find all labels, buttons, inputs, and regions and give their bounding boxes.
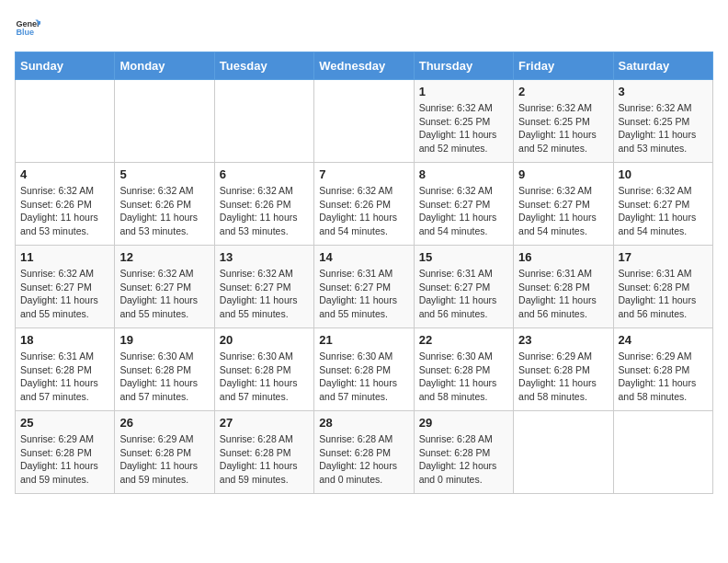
calendar-cell: 15Sunrise: 6:31 AM Sunset: 6:27 PM Dayli… [414, 246, 513, 328]
day-number: 10 [619, 167, 708, 181]
page-header: General Blue [15, 15, 713, 40]
day-header-friday: Friday [514, 52, 613, 80]
day-number: 7 [319, 167, 408, 181]
calendar-cell: 24Sunrise: 6:29 AM Sunset: 6:28 PM Dayli… [613, 328, 712, 411]
day-number: 15 [419, 250, 508, 264]
calendar-cell [16, 80, 115, 163]
calendar-cell [514, 411, 613, 494]
day-info: Sunrise: 6:32 AM Sunset: 6:27 PM Dayligh… [619, 184, 708, 238]
calendar-cell: 8Sunrise: 6:32 AM Sunset: 6:27 PM Daylig… [414, 163, 513, 246]
calendar-cell: 7Sunrise: 6:32 AM Sunset: 6:26 PM Daylig… [314, 163, 414, 246]
day-number: 21 [319, 333, 408, 347]
day-info: Sunrise: 6:31 AM Sunset: 6:27 PM Dayligh… [419, 267, 508, 321]
day-info: Sunrise: 6:32 AM Sunset: 6:27 PM Dayligh… [20, 267, 109, 321]
calendar-cell [613, 411, 712, 494]
calendar-cell: 28Sunrise: 6:28 AM Sunset: 6:28 PM Dayli… [314, 411, 414, 494]
day-number: 18 [20, 333, 109, 347]
day-info: Sunrise: 6:28 AM Sunset: 6:28 PM Dayligh… [319, 432, 408, 487]
day-info: Sunrise: 6:30 AM Sunset: 6:28 PM Dayligh… [220, 350, 309, 404]
day-header-monday: Monday [115, 52, 214, 80]
day-number: 9 [518, 167, 608, 181]
calendar-cell: 20Sunrise: 6:30 AM Sunset: 6:28 PM Dayli… [214, 328, 313, 411]
logo-icon: General Blue [15, 15, 40, 40]
day-number: 27 [220, 416, 309, 430]
day-info: Sunrise: 6:32 AM Sunset: 6:27 PM Dayligh… [518, 184, 608, 238]
day-info: Sunrise: 6:29 AM Sunset: 6:28 PM Dayligh… [619, 350, 708, 404]
calendar-cell: 12Sunrise: 6:32 AM Sunset: 6:27 PM Dayli… [115, 246, 214, 328]
calendar-header-row: SundayMondayTuesdayWednesdayThursdayFrid… [16, 52, 713, 80]
calendar-cell: 2Sunrise: 6:32 AM Sunset: 6:25 PM Daylig… [514, 80, 613, 163]
day-info: Sunrise: 6:28 AM Sunset: 6:28 PM Dayligh… [220, 432, 309, 487]
day-number: 24 [619, 333, 708, 347]
day-number: 3 [619, 85, 708, 98]
day-info: Sunrise: 6:32 AM Sunset: 6:26 PM Dayligh… [119, 184, 209, 238]
day-info: Sunrise: 6:31 AM Sunset: 6:28 PM Dayligh… [518, 267, 608, 321]
day-info: Sunrise: 6:32 AM Sunset: 6:27 PM Dayligh… [220, 267, 309, 321]
calendar-week-1: 1Sunrise: 6:32 AM Sunset: 6:25 PM Daylig… [16, 80, 713, 163]
day-info: Sunrise: 6:29 AM Sunset: 6:28 PM Dayligh… [20, 432, 109, 487]
calendar-cell: 13Sunrise: 6:32 AM Sunset: 6:27 PM Dayli… [214, 246, 313, 328]
calendar-cell: 18Sunrise: 6:31 AM Sunset: 6:28 PM Dayli… [16, 328, 115, 411]
calendar-cell: 26Sunrise: 6:29 AM Sunset: 6:28 PM Dayli… [115, 411, 214, 494]
calendar-cell: 16Sunrise: 6:31 AM Sunset: 6:28 PM Dayli… [514, 246, 613, 328]
day-info: Sunrise: 6:30 AM Sunset: 6:28 PM Dayligh… [419, 350, 508, 404]
day-info: Sunrise: 6:32 AM Sunset: 6:25 PM Dayligh… [419, 101, 508, 155]
calendar-cell: 21Sunrise: 6:30 AM Sunset: 6:28 PM Dayli… [314, 328, 414, 411]
day-number: 1 [419, 85, 508, 98]
calendar-cell [214, 80, 313, 163]
day-info: Sunrise: 6:28 AM Sunset: 6:28 PM Dayligh… [419, 432, 508, 487]
day-number: 5 [119, 167, 209, 181]
day-info: Sunrise: 6:32 AM Sunset: 6:27 PM Dayligh… [119, 267, 209, 321]
calendar-cell: 23Sunrise: 6:29 AM Sunset: 6:28 PM Dayli… [514, 328, 613, 411]
day-number: 8 [419, 167, 508, 181]
calendar-week-3: 11Sunrise: 6:32 AM Sunset: 6:27 PM Dayli… [16, 246, 713, 328]
day-info: Sunrise: 6:30 AM Sunset: 6:28 PM Dayligh… [119, 350, 209, 404]
day-number: 22 [419, 333, 508, 347]
calendar-cell: 17Sunrise: 6:31 AM Sunset: 6:28 PM Dayli… [613, 246, 712, 328]
day-info: Sunrise: 6:30 AM Sunset: 6:28 PM Dayligh… [319, 350, 408, 404]
calendar-week-2: 4Sunrise: 6:32 AM Sunset: 6:26 PM Daylig… [16, 163, 713, 246]
day-number: 6 [220, 167, 309, 181]
calendar-cell: 29Sunrise: 6:28 AM Sunset: 6:28 PM Dayli… [414, 411, 513, 494]
day-info: Sunrise: 6:31 AM Sunset: 6:27 PM Dayligh… [319, 267, 408, 321]
day-number: 25 [20, 416, 109, 430]
calendar-cell: 4Sunrise: 6:32 AM Sunset: 6:26 PM Daylig… [16, 163, 115, 246]
day-number: 17 [619, 250, 708, 264]
day-info: Sunrise: 6:32 AM Sunset: 6:26 PM Dayligh… [319, 184, 408, 238]
calendar-cell: 19Sunrise: 6:30 AM Sunset: 6:28 PM Dayli… [115, 328, 214, 411]
calendar-table: SundayMondayTuesdayWednesdayThursdayFrid… [15, 52, 713, 494]
day-header-saturday: Saturday [613, 52, 712, 80]
calendar-week-4: 18Sunrise: 6:31 AM Sunset: 6:28 PM Dayli… [16, 328, 713, 411]
day-number: 26 [119, 416, 209, 430]
day-number: 12 [119, 250, 209, 264]
calendar-cell [314, 80, 414, 163]
day-info: Sunrise: 6:32 AM Sunset: 6:25 PM Dayligh… [619, 101, 708, 155]
day-header-sunday: Sunday [16, 52, 115, 80]
calendar-cell: 3Sunrise: 6:32 AM Sunset: 6:25 PM Daylig… [613, 80, 712, 163]
day-number: 13 [220, 250, 309, 264]
day-info: Sunrise: 6:32 AM Sunset: 6:26 PM Dayligh… [220, 184, 309, 238]
calendar-cell: 5Sunrise: 6:32 AM Sunset: 6:26 PM Daylig… [115, 163, 214, 246]
calendar-cell: 1Sunrise: 6:32 AM Sunset: 6:25 PM Daylig… [414, 80, 513, 163]
calendar-cell: 10Sunrise: 6:32 AM Sunset: 6:27 PM Dayli… [613, 163, 712, 246]
day-number: 11 [20, 250, 109, 264]
calendar-cell [115, 80, 214, 163]
day-number: 19 [119, 333, 209, 347]
calendar-cell: 9Sunrise: 6:32 AM Sunset: 6:27 PM Daylig… [514, 163, 613, 246]
calendar-cell: 25Sunrise: 6:29 AM Sunset: 6:28 PM Dayli… [16, 411, 115, 494]
calendar-week-5: 25Sunrise: 6:29 AM Sunset: 6:28 PM Dayli… [16, 411, 713, 494]
day-number: 23 [518, 333, 608, 347]
calendar-body: 1Sunrise: 6:32 AM Sunset: 6:25 PM Daylig… [16, 80, 713, 494]
calendar-cell: 11Sunrise: 6:32 AM Sunset: 6:27 PM Dayli… [16, 246, 115, 328]
day-info: Sunrise: 6:29 AM Sunset: 6:28 PM Dayligh… [119, 432, 209, 487]
calendar-cell: 6Sunrise: 6:32 AM Sunset: 6:26 PM Daylig… [214, 163, 313, 246]
day-info: Sunrise: 6:31 AM Sunset: 6:28 PM Dayligh… [619, 267, 708, 321]
svg-text:Blue: Blue [16, 28, 34, 37]
day-header-tuesday: Tuesday [214, 52, 313, 80]
calendar-cell: 22Sunrise: 6:30 AM Sunset: 6:28 PM Dayli… [414, 328, 513, 411]
day-header-thursday: Thursday [414, 52, 513, 80]
day-number: 16 [518, 250, 608, 264]
calendar-cell: 14Sunrise: 6:31 AM Sunset: 6:27 PM Dayli… [314, 246, 414, 328]
day-info: Sunrise: 6:32 AM Sunset: 6:27 PM Dayligh… [419, 184, 508, 238]
day-info: Sunrise: 6:31 AM Sunset: 6:28 PM Dayligh… [20, 350, 109, 404]
